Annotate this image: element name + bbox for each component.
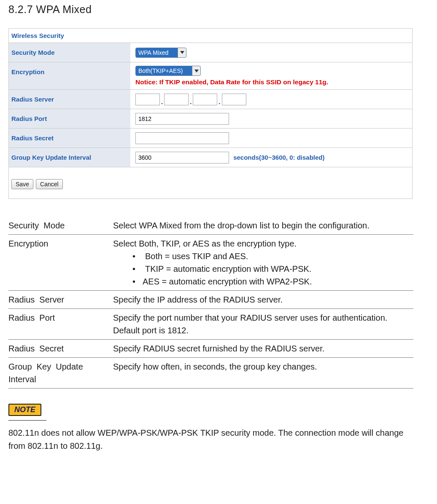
note-text: 802.11n does not allow WEP/WPA-PSK/WPA-P… [8,426,417,453]
desc-text: Select WPA Mixed from the drop-down list… [113,217,413,235]
wireless-security-panel: Wireless Security Security Mode WPA Mixe… [8,28,413,199]
desc-term: Radius Server [8,291,113,309]
desc-term: Radius Port [8,309,113,340]
desc-text: Specify the IP address of the RADIUS ser… [113,291,413,309]
cancel-button[interactable]: Cancel [36,179,63,189]
desc-row-encryption: Encryption Select Both, TKIP, or AES as … [8,235,413,291]
description-table: Security Mode Select WPA Mixed from the … [8,217,413,389]
radius-server-octet-3[interactable] [193,94,217,105]
security-mode-select[interactable]: WPA Mixed [135,48,186,58]
desc-text: Specify the port number that your RADIUS… [113,309,413,340]
desc-term: Radius Secret [8,340,113,358]
chevron-down-icon [178,48,186,57]
radius-server-label: Radius Server [9,90,130,109]
ip-separator: . [160,98,164,105]
config-table: Wireless Security Security Mode WPA Mixe… [9,29,412,198]
desc-text: Specify RADIUS secret furnished by the R… [113,340,413,358]
group-key-label: Group Key Update Interval [9,148,130,167]
radius-server-octet-2[interactable] [164,94,189,105]
desc-text: Specify how often, in seconds, the group… [113,358,413,389]
radius-server-octet-1[interactable] [135,94,160,105]
security-mode-value: WPA Mixed [138,49,168,56]
desc-row-radius-secret: Radius Secret Specify RADIUS secret furn… [8,340,413,358]
radius-secret-label: Radius Secret [9,129,130,148]
desc-row-security-mode: Security Mode Select WPA Mixed from the … [8,217,413,235]
radius-port-label: Radius Port [9,109,130,129]
desc-row-radius-port: Radius Port Specify the port number that… [8,309,413,340]
encryption-select[interactable]: Both(TKIP+AES) [135,66,201,76]
desc-term: Security Mode [8,217,113,235]
encryption-notice: Notice: If TKIP enabled, Data Rate for t… [135,78,409,86]
note-badge: NOTE [8,404,41,416]
group-key-suffix: seconds(30~3600, 0: disabled) [231,154,324,161]
desc-row-radius-server: Radius Server Specify the IP address of … [8,291,413,309]
radius-port-input[interactable] [135,113,229,125]
note-underline [8,420,46,421]
encryption-value: Both(TKIP+AES) [138,67,183,74]
radius-server-octet-4[interactable] [222,94,246,105]
desc-text: Select Both, TKIP, or AES as the encrypt… [113,235,413,291]
ip-separator: . [217,98,221,105]
group-key-input[interactable] [135,152,229,164]
security-mode-label: Security Mode [9,43,130,62]
section-heading: 8.2.7 WPA Mixed [8,0,429,28]
desc-row-group-key: Group Key Update Interval Specify how of… [8,358,413,389]
desc-term: Encryption [8,235,113,291]
desc-term: Group Key Update Interval [8,358,113,389]
panel-title: Wireless Security [9,29,412,43]
chevron-down-icon [192,66,200,75]
save-button[interactable]: Save [11,179,33,189]
ip-separator: . [189,98,193,105]
encryption-label: Encryption [9,62,130,90]
radius-secret-input[interactable] [135,132,229,144]
